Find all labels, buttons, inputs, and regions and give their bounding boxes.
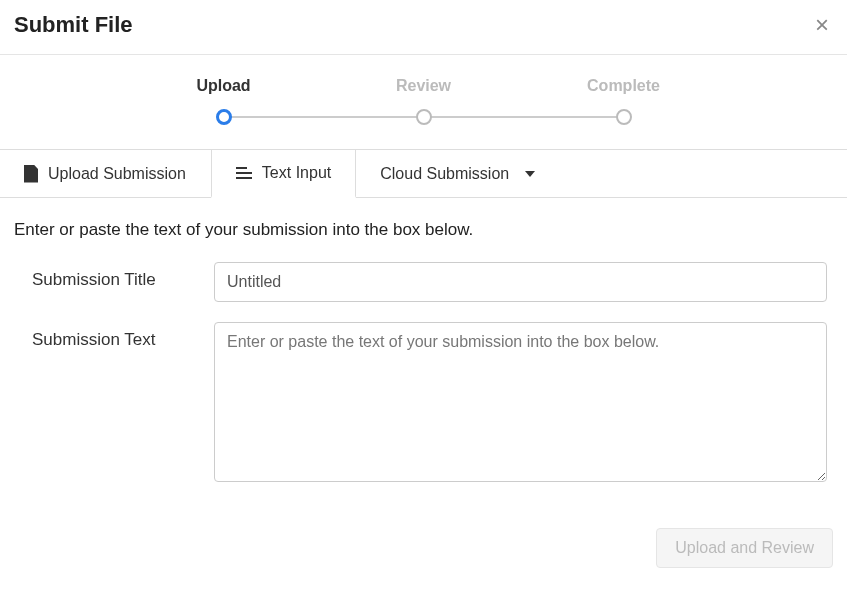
submission-text-label: Submission Text [14,322,214,350]
step-dot-icon [616,109,632,125]
tab-bar: Upload Submission Text Input Cloud Submi… [0,149,847,198]
form-row-text: Submission Text [14,322,833,486]
close-icon[interactable]: × [811,13,833,37]
upload-and-review-button[interactable]: Upload and Review [656,528,833,568]
text-lines-icon [236,167,252,179]
progress-stepper: Upload Review Complete [0,55,847,139]
step-label: Complete [587,77,660,95]
tab-cloud-submission[interactable]: Cloud Submission [356,150,560,197]
modal-header: Submit File × [0,0,847,55]
step-label: Upload [196,77,250,95]
step-connector [424,116,624,118]
submission-title-label: Submission Title [14,262,214,290]
instruction-text: Enter or paste the text of your submissi… [14,220,833,240]
tab-text-input[interactable]: Text Input [211,150,356,198]
submission-title-input[interactable] [214,262,827,302]
chevron-down-icon [525,171,535,177]
modal-title: Submit File [14,12,133,38]
file-icon [24,165,38,183]
step-connector [224,116,424,118]
tab-label: Upload Submission [48,165,186,183]
tab-upload-submission[interactable]: Upload Submission [0,150,211,197]
step-label: Review [396,77,451,95]
submission-text-input[interactable] [214,322,827,482]
step-dot-icon [416,109,432,125]
tab-label: Cloud Submission [380,165,509,183]
modal-footer: Upload and Review [0,516,847,580]
form-row-title: Submission Title [14,262,833,302]
step-dot-icon [216,109,232,125]
form-content: Enter or paste the text of your submissi… [0,198,847,516]
tab-label: Text Input [262,164,331,182]
